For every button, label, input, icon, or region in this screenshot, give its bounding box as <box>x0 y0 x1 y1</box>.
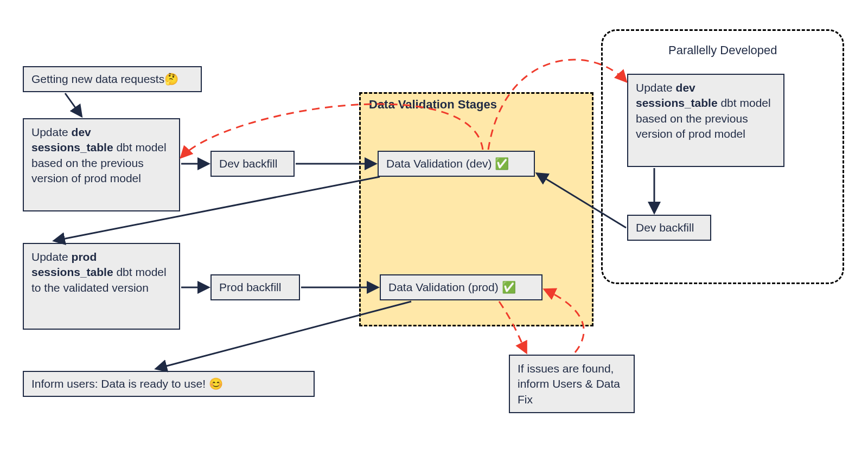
node-update-prod: Update prod sessions_table dbt model to … <box>23 243 180 330</box>
text: Update <box>31 251 72 263</box>
text: Update <box>636 81 676 94</box>
node-update-dev: Update dev sessions_table dbt model base… <box>23 118 180 211</box>
node-parallel-dev-backfill: Dev backfill <box>627 215 711 241</box>
node-validation-prod: Data Validation (prod) ✅ <box>380 274 542 300</box>
node-issues-found: If issues are found, inform Users & Data… <box>509 355 635 413</box>
diagram-canvas: Data Validation Stages Parallelly Develo… <box>0 0 868 456</box>
text: Update <box>31 126 72 138</box>
svg-line-0 <box>65 93 81 116</box>
node-inform-users: Inform users: Data is ready to use! 😊 <box>23 371 315 397</box>
node-parallel-update-dev: Update dev sessions_table dbt model base… <box>627 74 784 167</box>
node-validation-dev: Data Validation (dev) ✅ <box>378 151 535 177</box>
node-dev-backfill: Dev backfill <box>210 151 295 177</box>
node-getting-requests: Getting new data requests🤔 <box>23 66 202 92</box>
parallel-group-title: Parallelly Developed <box>668 43 777 57</box>
validation-stage-title: Data Validation Stages <box>369 98 497 112</box>
node-prod-backfill: Prod backfill <box>210 274 300 300</box>
